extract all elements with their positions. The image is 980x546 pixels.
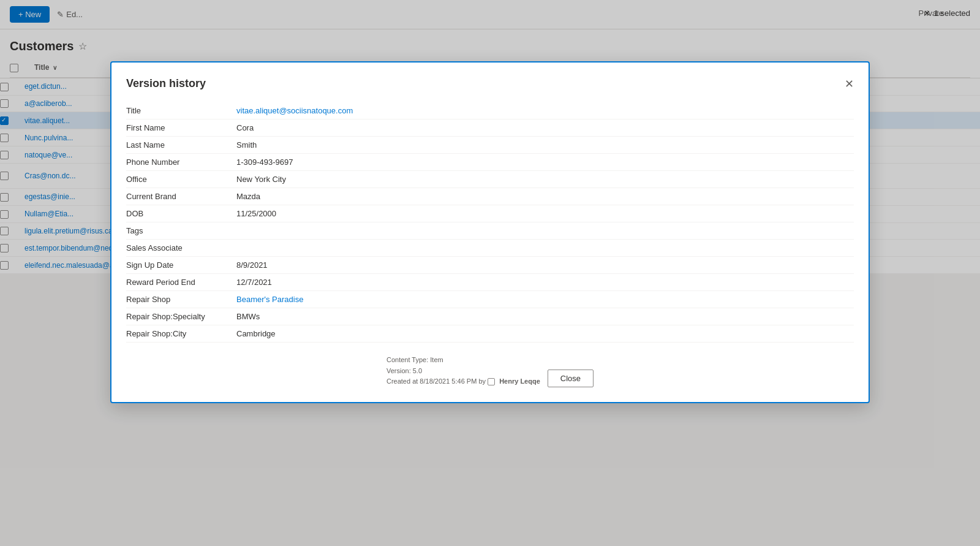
field-tags: Tags (126, 222, 854, 240)
field-label-office: Office (126, 175, 236, 184)
field-value-repair-shop-city: Cambridge (236, 329, 276, 338)
field-value-title[interactable]: vitae.aliquet@sociisnatoque.com (236, 106, 353, 115)
field-label-title: Title (126, 106, 236, 115)
field-label-brand: Current Brand (126, 192, 236, 201)
field-phone: Phone Number 1-309-493-9697 (126, 154, 854, 171)
field-dob: DOB 11/25/2000 (126, 205, 854, 222)
field-label-dob: DOB (126, 209, 236, 218)
field-value-brand: Mazda (236, 192, 260, 201)
footer-created: Created at 8/18/2021 5:46 PM by Henry Le… (386, 376, 540, 387)
field-value-dob: 11/25/2000 (236, 209, 276, 218)
field-value-repair-shop-specialty: BMWs (236, 312, 260, 321)
modal-title: Version history (126, 77, 206, 90)
field-brand: Current Brand Mazda (126, 188, 854, 205)
field-repair-shop-city: Repair Shop:City Cambridge (126, 325, 854, 343)
field-title: Title vitae.aliquet@sociisnatoque.com (126, 102, 854, 119)
field-label-sales-associate: Sales Associate (126, 243, 236, 252)
modal-close-action-button[interactable]: Close (548, 370, 594, 387)
field-label-repair-shop-city: Repair Shop:City (126, 329, 236, 338)
field-value-repair-shop[interactable]: Beamer's Paradise (236, 295, 303, 304)
field-value-lastname: Smith (236, 140, 257, 150)
field-sales-associate: Sales Associate (126, 240, 854, 257)
field-repair-shop: Repair Shop Beamer's Paradise (126, 291, 854, 308)
field-reward-period: Reward Period End 12/7/2021 (126, 274, 854, 291)
field-value-reward-period: 12/7/2021 (236, 278, 272, 287)
modal-footer: Content Type: Item Version: 5.0 Created … (126, 355, 854, 387)
field-value-signup-date: 8/9/2021 (236, 260, 268, 270)
modal-header: Version history ✕ (126, 77, 854, 90)
field-value-firstname: Cora (236, 123, 254, 132)
field-value-phone: 1-309-493-9697 (236, 157, 293, 167)
field-lastname: Last Name Smith (126, 137, 854, 154)
field-firstname: First Name Cora (126, 119, 854, 137)
footer-version: Version: 5.0 (386, 366, 540, 377)
field-label-tags: Tags (126, 226, 236, 235)
field-repair-shop-specialty: Repair Shop:Specialty BMWs (126, 308, 854, 325)
field-label-repair-shop-specialty: Repair Shop:Specialty (126, 312, 236, 321)
field-label-reward-period: Reward Period End (126, 278, 236, 287)
field-signup-date: Sign Up Date 8/9/2021 (126, 257, 854, 274)
footer-meta: Content Type: Item Version: 5.0 Created … (386, 355, 540, 387)
author-checkbox (488, 378, 495, 385)
field-label-lastname: Last Name (126, 140, 236, 150)
modal-close-button[interactable]: ✕ (845, 78, 854, 89)
field-label-repair-shop: Repair Shop (126, 295, 236, 304)
modal-body: Title vitae.aliquet@sociisnatoque.com Fi… (126, 102, 854, 343)
field-label-firstname: First Name (126, 123, 236, 132)
footer-content-type: Content Type: Item (386, 355, 540, 366)
field-label-phone: Phone Number (126, 157, 236, 167)
field-label-signup-date: Sign Up Date (126, 260, 236, 270)
field-value-office: New York City (236, 175, 286, 184)
field-office: Office New York City (126, 171, 854, 188)
version-history-modal: Version history ✕ Title vitae.aliquet@so… (110, 61, 870, 403)
